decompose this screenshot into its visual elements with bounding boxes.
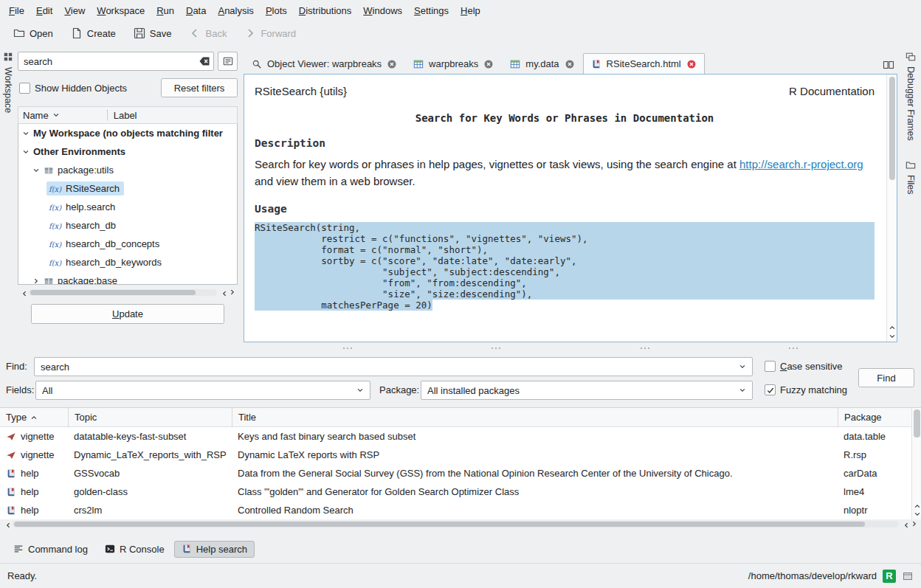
result-row[interactable]: help GSSvocab Data from the General Soci…: [0, 464, 911, 482]
show-hidden-objects-checkbox[interactable]: Show Hidden Objects: [19, 83, 127, 94]
menu-view[interactable]: View: [58, 2, 91, 19]
tree-item-hsearch-db-concepts[interactable]: hsearch_db_concepts: [18, 235, 237, 253]
scrollbar-thumb[interactable]: [889, 77, 895, 180]
help-title: Search for Key Words or Phrases in Docum…: [255, 112, 875, 124]
window-status-icon[interactable]: [902, 570, 914, 582]
object-search-input[interactable]: [18, 52, 214, 71]
expander-down-icon[interactable]: [22, 130, 30, 137]
tree-item-hsearch-db[interactable]: hsearch_db: [18, 216, 237, 235]
filter-options-button[interactable]: [218, 52, 238, 71]
menu-windows[interactable]: Windows: [357, 2, 408, 19]
save-icon: [134, 27, 145, 39]
menu-workspace[interactable]: Workspace: [91, 2, 151, 19]
result-row[interactable]: vignette datatable-keys-fast-subset Keys…: [0, 427, 911, 446]
scroll-up-icon[interactable]: [889, 324, 896, 331]
workspace-dock-tab[interactable]: Workspace: [3, 67, 13, 113]
scrollbar-thumb[interactable]: [30, 290, 196, 295]
result-row[interactable]: help golden-class Class '"golden"' and G…: [0, 482, 911, 501]
tree-item-package-utils[interactable]: package:utils: [18, 161, 237, 179]
scroll-down-icon[interactable]: [914, 511, 921, 518]
clear-search-icon[interactable]: [199, 55, 210, 67]
case-sensitive-checkbox[interactable]: Case sensitive: [765, 361, 843, 372]
close-red-icon[interactable]: [686, 59, 697, 69]
result-row[interactable]: vignette Dynamic_LaTeX_reports_with_RSP …: [0, 446, 911, 464]
expander-down-icon[interactable]: [32, 167, 40, 174]
menu-settings[interactable]: Settings: [408, 2, 455, 19]
find-button[interactable]: Find: [858, 368, 914, 387]
tab-object-viewer-warpbreaks[interactable]: Object Viewer: warpbreaks: [244, 53, 405, 74]
tree-item-hsearch-db-keywords[interactable]: hsearch_db_keywords: [18, 253, 237, 271]
menu-distributions[interactable]: Distributions: [293, 2, 358, 19]
tree-item-other-environments[interactable]: Other Environments: [18, 142, 237, 161]
column-header-topic[interactable]: Topic: [68, 408, 232, 426]
menu-help[interactable]: Help: [455, 2, 486, 19]
reset-filters-button[interactable]: Reset filters: [161, 78, 238, 97]
scroll-left-icon[interactable]: [3, 520, 10, 528]
status-message: Ready.: [7, 570, 37, 581]
save-button[interactable]: Save: [126, 24, 179, 43]
rkward-main-window: File Edit View Workspace Run Data Analys…: [0, 0, 921, 588]
search-r-project-link[interactable]: http://search.r-project.org: [739, 158, 863, 170]
fields-combobox[interactable]: All: [35, 381, 370, 400]
package-label: Package:: [379, 384, 419, 395]
r-engine-status-badge[interactable]: R: [883, 570, 896, 583]
result-row[interactable]: help crs2lm Controlled Random Search nlo…: [0, 501, 911, 519]
horizontal-splitter[interactable]: [244, 342, 897, 349]
scroll-left-icon[interactable]: [901, 520, 908, 528]
package-combobox[interactable]: All installed packages: [421, 381, 753, 400]
find-label: Find:: [6, 361, 27, 372]
results-horizontal-scrollbar[interactable]: [0, 519, 921, 528]
column-header-title[interactable]: Title: [232, 408, 838, 426]
scroll-up-icon[interactable]: [914, 502, 921, 510]
results-vertical-scrollbar[interactable]: [911, 408, 921, 519]
tree-item-package-base[interactable]: package:base: [18, 271, 237, 285]
scrollbar-thumb[interactable]: [14, 522, 865, 527]
menu-analysis[interactable]: Analysis: [212, 2, 259, 19]
tab-warpbreaks[interactable]: warpbreaks: [405, 53, 502, 74]
tree-column-header[interactable]: Name Label: [18, 106, 238, 124]
tree-item-help-search[interactable]: help.search: [18, 198, 237, 216]
chevron-down-icon[interactable]: [739, 387, 746, 394]
scroll-down-icon[interactable]: [889, 333, 896, 340]
tree-item-my-workspace[interactable]: My Workspace (no objects matching filter: [18, 124, 237, 142]
find-combobox[interactable]: [34, 357, 753, 376]
forward-button[interactable]: Forward: [237, 24, 303, 43]
scroll-left-icon[interactable]: [19, 288, 27, 296]
find-input[interactable]: [41, 362, 739, 373]
tab-rsitesearch-html[interactable]: RSiteSearch.html: [583, 53, 705, 74]
tab-my-data[interactable]: my.data: [502, 53, 582, 74]
create-button[interactable]: Create: [63, 24, 123, 43]
menu-file[interactable]: File: [3, 2, 30, 19]
scroll-right-icon[interactable]: [229, 288, 236, 296]
scroll-left-icon[interactable]: [219, 288, 227, 296]
column-header-package[interactable]: Package: [838, 408, 911, 426]
menu-data[interactable]: Data: [180, 2, 212, 19]
chevron-down-icon[interactable]: [356, 387, 364, 394]
close-icon[interactable]: [565, 59, 575, 69]
menu-edit[interactable]: Edit: [30, 2, 58, 19]
fuzzy-matching-checkbox[interactable]: Fuzzy matching: [765, 384, 847, 395]
close-icon[interactable]: [483, 59, 494, 69]
scroll-right-icon[interactable]: [911, 520, 918, 528]
files-dock-tab[interactable]: Files: [906, 175, 916, 194]
back-button[interactable]: Back: [182, 24, 234, 43]
menu-run[interactable]: Run: [151, 2, 180, 19]
expander-down-icon[interactable]: [22, 148, 30, 156]
open-button[interactable]: Open: [6, 24, 61, 43]
workspace-icon: [3, 52, 13, 62]
help-vertical-scrollbar[interactable]: [886, 75, 897, 342]
column-header-type[interactable]: Type: [0, 408, 68, 426]
scrollbar-thumb[interactable]: [914, 409, 920, 437]
r-console-tab[interactable]: R Console: [97, 541, 172, 558]
menu-plots[interactable]: Plots: [260, 2, 293, 19]
expander-right-icon[interactable]: [32, 277, 40, 285]
help-search-tab[interactable]: Help search: [174, 541, 255, 558]
command-log-tab[interactable]: Command log: [6, 541, 95, 558]
tree-item-rsitesearch[interactable]: RSiteSearch: [18, 179, 237, 198]
split-view-button[interactable]: [880, 56, 897, 74]
debugger-frames-dock-tab[interactable]: Debugger Frames: [906, 66, 916, 141]
chevron-down-icon[interactable]: [739, 363, 746, 370]
tree-horizontal-scrollbar[interactable]: [19, 288, 236, 297]
update-button[interactable]: Update: [31, 304, 224, 324]
close-icon[interactable]: [387, 59, 397, 69]
